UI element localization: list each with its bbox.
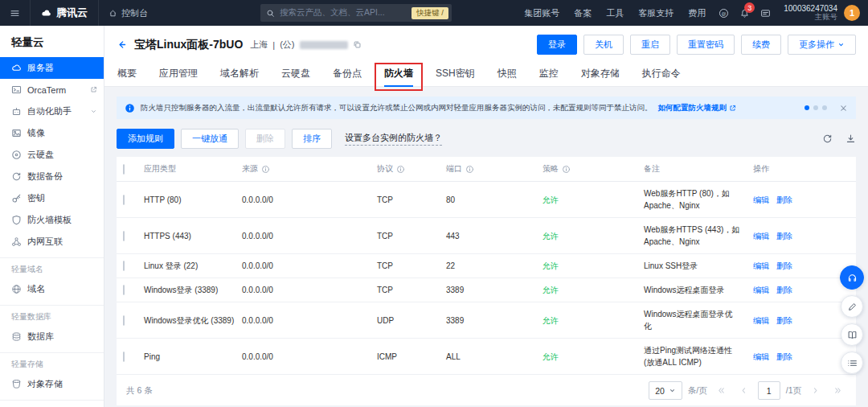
prev-page-button[interactable]	[735, 381, 752, 400]
ticket-button[interactable]	[755, 0, 776, 26]
account-info[interactable]: 100036247034 主账号	[784, 4, 837, 22]
tab-object-storage[interactable]: 对象存储	[581, 60, 620, 86]
notifications-button[interactable]: 3	[734, 0, 755, 26]
brand-logo[interactable]: 腾讯云	[31, 6, 98, 20]
sidebar-item-images[interactable]: 镜像	[0, 122, 104, 144]
tab-snapshot[interactable]: 快照	[497, 60, 517, 86]
sidebar-item-domain[interactable]: 域名	[0, 278, 104, 300]
delete-rule-link[interactable]: 删除	[776, 286, 792, 294]
edit-rule-link[interactable]: 编辑	[753, 232, 769, 240]
login-button[interactable]: 登录	[537, 35, 577, 55]
page-size-select[interactable]: 20	[649, 381, 682, 400]
row-checkbox[interactable]	[123, 231, 125, 241]
carousel-dot-2[interactable]	[813, 105, 818, 110]
nav-billing[interactable]: 费用	[681, 0, 713, 26]
sidebar-item-cloud-disk[interactable]: 云硬盘	[0, 144, 104, 166]
edit-rule-link[interactable]: 编辑	[753, 195, 769, 204]
more-actions-button[interactable]: 更多操作	[788, 35, 856, 55]
edit-rule-link[interactable]: 编辑	[753, 352, 769, 361]
tab-app-management[interactable]: 应用管理	[159, 60, 198, 86]
edit-rule-link[interactable]: 编辑	[753, 316, 769, 325]
cell-note: Web服务HTTP (80)，如 Apache、Nginx	[637, 182, 747, 218]
delete-rule-link[interactable]: 删除	[776, 352, 792, 361]
current-page-input[interactable]: 1	[758, 381, 780, 400]
next-page-button[interactable]	[807, 381, 824, 400]
sidebar-item-orcaterm[interactable]: OrcaTerm	[0, 79, 104, 101]
tab-overview[interactable]: 概要	[117, 60, 137, 86]
sidebar-item-intranet-connect[interactable]: 内网互联	[0, 231, 104, 253]
open-all-button[interactable]: 一键放通	[181, 129, 239, 149]
feedback-button[interactable]	[841, 295, 863, 318]
delete-rule-link[interactable]: 删除	[776, 232, 792, 240]
documentation-button[interactable]	[841, 323, 863, 346]
tab-ssh-key[interactable]: SSH密钥	[436, 60, 475, 86]
row-checkbox[interactable]	[123, 195, 125, 205]
nav-tools[interactable]: 工具	[599, 0, 631, 26]
back-button[interactable]	[117, 39, 127, 50]
row-checkbox[interactable]	[123, 261, 125, 271]
info-circle-icon[interactable]	[562, 165, 571, 174]
reset-password-button[interactable]: 重置密码	[677, 35, 735, 55]
cell-note: Web服务HTTPS (443)，如 Apache、Nginx	[637, 218, 747, 254]
cell-note: Windows远程桌面登录	[637, 278, 747, 302]
row-checkbox[interactable]	[123, 285, 125, 295]
tab-dns[interactable]: 域名解析	[220, 60, 259, 86]
sidebar-item-firewall-templates[interactable]: 防火墙模板	[0, 209, 104, 231]
last-page-button[interactable]	[829, 381, 846, 400]
sidebar-item-data-backup[interactable]: 数据备份	[0, 166, 104, 187]
sidebar-item-database[interactable]: 数据库	[0, 326, 104, 347]
nav-group-account[interactable]: 集团账号	[517, 0, 567, 26]
download-button[interactable]	[845, 134, 856, 144]
sidebar-item-object-storage[interactable]: 对象存储	[0, 373, 104, 395]
multi-instance-firewall-link[interactable]: 设置多台实例的防火墙？	[345, 132, 442, 146]
refresh-button[interactable]	[822, 134, 833, 144]
info-circle-icon[interactable]	[396, 165, 405, 174]
first-page-button[interactable]	[713, 381, 730, 400]
sidebar-item-label: OrcaTerm	[27, 85, 66, 95]
info-circle-icon[interactable]	[465, 165, 474, 174]
nav-support[interactable]: 客服支持	[631, 0, 681, 26]
sort-button[interactable]: 排序	[292, 129, 332, 149]
tab-cloud-disk[interactable]: 云硬盘	[281, 60, 310, 86]
delete-rule-link[interactable]: 删除	[776, 195, 792, 204]
tab-monitoring[interactable]: 监控	[539, 60, 559, 86]
tab-firewall[interactable]: 防火墙	[384, 60, 413, 86]
sidebar-item-server[interactable]: 服务器	[0, 57, 104, 79]
survey-list-button[interactable]	[841, 352, 863, 374]
key-icon	[11, 193, 22, 204]
delete-rules-button[interactable]: 删除	[245, 129, 285, 149]
hamburger-menu-button[interactable]	[0, 0, 31, 26]
sidebar-item-label: 对象存储	[27, 378, 63, 390]
shield-icon	[11, 215, 22, 225]
search-input[interactable]: 搜索云产品、文档、云API... 快捷键 /	[260, 4, 452, 22]
tab-run-command[interactable]: 执行命令	[642, 60, 681, 86]
restart-button[interactable]: 重启	[630, 35, 670, 55]
info-circle-icon[interactable]	[261, 165, 270, 174]
add-rule-button[interactable]: 添加规则	[117, 129, 174, 149]
tab-backup-point[interactable]: 备份点	[333, 60, 362, 86]
row-checkbox[interactable]	[123, 352, 125, 362]
svg-text:@: @	[721, 10, 726, 15]
firewall-rules-help-link[interactable]: 如何配置防火墙规则	[658, 103, 737, 113]
console-link[interactable]: 控制台	[98, 0, 158, 26]
help-at-button[interactable]: @	[713, 0, 734, 26]
shutdown-button[interactable]: 关机	[583, 35, 624, 55]
copy-ip-button[interactable]	[353, 40, 362, 49]
public-ip-label: (公)	[280, 39, 294, 51]
carousel-dot-3[interactable]	[822, 105, 827, 110]
carousel-dot-1[interactable]	[805, 105, 809, 110]
edit-rule-link[interactable]: 编辑	[753, 261, 769, 270]
delete-rule-link[interactable]: 删除	[776, 316, 792, 325]
col-header-actions: 操作	[753, 163, 769, 175]
support-chat-button[interactable]	[840, 265, 864, 290]
edit-rule-link[interactable]: 编辑	[753, 286, 769, 294]
avatar[interactable]: 1	[844, 5, 860, 21]
renew-button[interactable]: 续费	[741, 35, 781, 55]
row-checkbox[interactable]	[123, 315, 125, 326]
sidebar-item-ssh-keys[interactable]: 密钥	[0, 187, 104, 209]
nav-icp-filing[interactable]: 备案	[567, 0, 599, 26]
delete-rule-link[interactable]: 删除	[776, 261, 792, 270]
sidebar-item-automation-assistant[interactable]: 自动化助手	[0, 101, 104, 122]
select-all-checkbox[interactable]	[123, 164, 125, 175]
banner-close-button[interactable]	[839, 104, 848, 113]
